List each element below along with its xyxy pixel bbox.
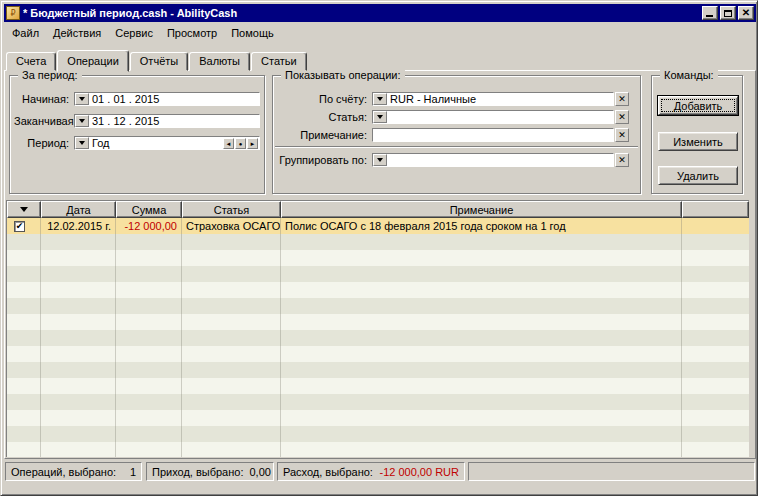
add-button[interactable]: Добавить [658,96,738,115]
column-header-note[interactable]: Примечание [281,201,682,218]
tab-articles[interactable]: Статьи [251,52,307,71]
group-by-clear-button[interactable]: ✕ [615,153,629,167]
app-window: ₽ * Бюджетный период.cash - AbilityCash … [0,0,758,496]
column-header-article[interactable]: Статья [182,201,281,218]
account-clear-button[interactable]: ✕ [615,92,629,106]
column-header-check[interactable] [7,201,41,218]
empty-cell [182,314,281,330]
group-by-field[interactable] [372,153,614,167]
title-bar[interactable]: ₽ * Бюджетный период.cash - AbilityCash … [4,4,756,22]
table-empty-row [7,330,749,346]
start-date-value[interactable]: 01 . 01 . 2015 [89,93,259,105]
close-button[interactable]: ✕ [738,6,754,20]
table-row[interactable]: ✔ 12.02.2015 г. -12 000,00 Страховка ОСА… [7,218,749,234]
tab-operations[interactable]: Операции [57,50,128,72]
empty-cell [41,314,116,330]
article-filter-value[interactable] [387,111,613,123]
menu-service[interactable]: Сервис [108,25,160,41]
account-dropdown-button[interactable] [373,93,387,105]
end-date-field[interactable]: 31 . 12 . 2015 [74,114,260,128]
start-date-dropdown-button[interactable] [75,93,89,105]
chevron-down-icon [79,141,85,145]
account-field[interactable]: RUR - Наличные [372,92,614,106]
article-filter-field[interactable] [372,110,614,124]
empty-cell [281,362,682,378]
empty-cell [116,378,182,394]
article-dropdown-button[interactable] [373,111,387,123]
filter-group: Показывать операции: По счёту: RUR - Нал… [272,75,641,194]
menu-actions[interactable]: Действия [46,25,108,41]
menu-file[interactable]: Файл [5,25,46,41]
period-current-button[interactable]: ● [235,138,246,149]
menu-help[interactable]: Помощь [224,25,281,41]
row-empty-cell [682,218,749,234]
empty-cell [281,330,682,346]
commands-group: Команды: Добавить Изменить Удалить [651,75,743,194]
sort-icon [20,207,28,212]
period-group: За период: Начиная: 01 . 01 . 2015 Закан… [9,75,265,194]
empty-cell [41,394,116,410]
empty-cell [7,234,41,250]
commands-group-title: Команды: [660,69,718,82]
note-filter-field[interactable] [372,128,614,142]
empty-cell [182,442,281,457]
maximize-button[interactable] [720,6,736,20]
group-by-value[interactable] [387,154,613,166]
column-header-date[interactable]: Дата [41,201,116,218]
empty-cell [682,362,749,378]
empty-cell [41,346,116,362]
empty-cell [116,314,182,330]
note-filter-value[interactable] [373,129,613,141]
close-icon: ✕ [742,8,750,18]
empty-cell [116,394,182,410]
column-header-amount[interactable]: Сумма [116,201,182,218]
group-by-label: Группировать по: [277,154,372,167]
delete-button[interactable]: Удалить [658,166,738,185]
end-date-dropdown-button[interactable] [75,115,89,127]
row-checkbox[interactable]: ✔ [14,221,25,232]
empty-cell [182,250,281,266]
window-title: * Бюджетный период.cash - AbilityCash [23,5,700,21]
article-clear-button[interactable]: ✕ [615,110,629,124]
empty-cell [116,250,182,266]
note-clear-button[interactable]: ✕ [615,128,629,142]
table-empty-row [7,442,749,457]
table-empty-row [7,234,749,250]
empty-cell [281,426,682,442]
status-expense-value: -12 000,00 RUR [380,466,460,478]
end-date-value[interactable]: 31 . 12 . 2015 [89,115,259,127]
empty-cell [182,394,281,410]
tab-reports[interactable]: Отчёты [130,52,188,71]
period-field[interactable]: Год ◄ ● ► [74,136,260,150]
empty-cell [682,346,749,362]
empty-cell [682,298,749,314]
group-by-dropdown-button[interactable] [373,154,387,166]
empty-cell [116,330,182,346]
empty-cell [281,442,682,457]
empty-cell [182,410,281,426]
period-next-button[interactable]: ► [247,138,258,149]
tab-currencies[interactable]: Валюты [189,52,250,71]
period-prev-button[interactable]: ◄ [223,138,234,149]
empty-cell [7,442,41,457]
start-date-field[interactable]: 01 . 01 . 2015 [74,92,260,106]
table-header-row: Дата Сумма Статья Примечание [7,201,749,218]
empty-cell [682,314,749,330]
period-label: Период: [14,137,74,150]
edit-button[interactable]: Изменить [658,132,738,151]
table-empty-row [7,298,749,314]
tab-accounts[interactable]: Счета [6,52,56,71]
check-icon: ✔ [16,222,24,231]
table-empty-row [7,282,749,298]
account-value[interactable]: RUR - Наличные [387,93,613,105]
empty-cell [281,314,682,330]
column-header-empty[interactable] [682,201,749,218]
status-empty-panel [468,462,755,481]
status-operations-value: 1 [130,466,136,478]
empty-cell [682,330,749,346]
empty-cell [116,426,182,442]
menu-view[interactable]: Просмотр [160,25,224,41]
period-dropdown-button[interactable] [75,137,89,149]
empty-cell [41,266,116,282]
minimize-button[interactable] [702,6,718,20]
